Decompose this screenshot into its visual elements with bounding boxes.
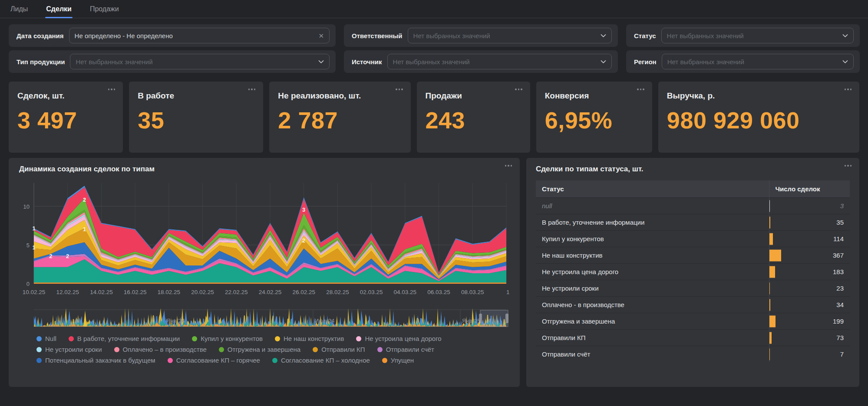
table-row[interactable]: В работе, уточнение информации35 bbox=[536, 214, 850, 231]
kpi-title: Продажи bbox=[426, 91, 521, 101]
value-bar bbox=[769, 282, 770, 294]
x-tick-label: 14.02.25 bbox=[90, 289, 113, 295]
kpi-menu-button[interactable] bbox=[513, 87, 524, 92]
legend-color-dot bbox=[219, 347, 224, 352]
select-input[interactable]: Нет выбранных значений bbox=[70, 54, 330, 69]
table-row[interactable]: null3 bbox=[536, 198, 850, 214]
legend-item[interactable]: Не наш конструктив bbox=[275, 335, 344, 342]
count-cell: 3 bbox=[769, 198, 850, 214]
legend-color-dot bbox=[36, 336, 42, 341]
legend-item[interactable]: В работе, уточнение информации bbox=[69, 335, 180, 342]
x-tick-label: 28.02.25 bbox=[326, 289, 349, 295]
kpi-card: В работе35 bbox=[129, 82, 263, 153]
chart-title: Динамика создания сделок по типам bbox=[19, 165, 509, 174]
select-input[interactable]: Нет выбранных значений bbox=[661, 28, 854, 43]
table-header-row: Статус Число сделок bbox=[536, 180, 850, 198]
legend-color-dot bbox=[382, 358, 387, 363]
kpi-value: 2 787 bbox=[278, 107, 402, 134]
legend-item[interactable]: Оплачено – в производстве bbox=[114, 346, 207, 353]
count-value: 3 bbox=[776, 202, 844, 210]
table-row[interactable]: Не устроила цена дорого183 bbox=[536, 264, 850, 280]
kpi-menu-button[interactable] bbox=[247, 87, 257, 92]
count-cell: 114 bbox=[769, 231, 850, 247]
chevron-down-icon[interactable] bbox=[601, 34, 606, 38]
tab-active[interactable]: Сделки bbox=[45, 1, 73, 18]
value-bar bbox=[769, 216, 771, 228]
table-row[interactable]: Оплачено - в производстве34 bbox=[536, 297, 850, 313]
x-tick-label: 18.02.25 bbox=[158, 289, 181, 295]
tab-bar: ЛидыСделкиПродажи bbox=[0, 0, 868, 18]
chevron-down-icon[interactable] bbox=[842, 34, 848, 38]
deals-dynamics-card: Динамика создания сделок по типам 051010… bbox=[9, 158, 520, 387]
daterange-input[interactable]: Не определено - Не определено✕ bbox=[69, 28, 330, 43]
navigator-selection[interactable] bbox=[480, 310, 508, 327]
tabs: ЛидыСделкиПродажи bbox=[10, 1, 120, 18]
filter-placeholder: Нет выбранных значений bbox=[413, 32, 597, 39]
kpi-menu-button[interactable] bbox=[843, 87, 854, 92]
tab-item[interactable]: Продажи bbox=[89, 1, 120, 18]
count-value: 73 bbox=[776, 334, 844, 341]
filter-select: РегионНет выбранных значений bbox=[626, 50, 860, 73]
data-point-label: 1 bbox=[83, 226, 86, 232]
navigator-axis-label: Июл '24 bbox=[315, 318, 334, 324]
select-input[interactable]: Нет выбранных значений bbox=[387, 54, 612, 69]
legend-item[interactable]: Купил у конкурентов bbox=[192, 335, 263, 342]
kpi-title: Конверсия bbox=[545, 91, 644, 101]
select-input[interactable]: Нет выбранных значений bbox=[408, 28, 612, 43]
legend-item[interactable]: Упущен bbox=[382, 357, 414, 364]
legend-item[interactable]: Null bbox=[36, 335, 56, 342]
navigator-handle-right[interactable] bbox=[505, 314, 508, 323]
legend-item[interactable]: Согласование КП – холодное bbox=[272, 357, 370, 364]
chart-menu-button[interactable] bbox=[503, 163, 514, 168]
filter-select: Тип продукцииНет выбранных значений bbox=[9, 50, 336, 73]
legend-label: Купил у конкурентов bbox=[201, 335, 263, 342]
count-cell: 23 bbox=[769, 280, 850, 297]
table-row[interactable]: Не наш конструктив367 bbox=[536, 247, 850, 264]
legend-item[interactable]: Отгружена и завершена bbox=[219, 346, 300, 353]
legend-color-dot bbox=[114, 347, 119, 352]
clear-icon[interactable]: ✕ bbox=[318, 33, 324, 39]
select-input[interactable]: Нет выбранных значений bbox=[662, 54, 854, 69]
legend-item[interactable]: Не устроили сроки bbox=[36, 346, 102, 353]
value-bar bbox=[769, 200, 770, 212]
filter-value: Не определено - Не определено bbox=[75, 32, 315, 39]
table-row[interactable]: Отправили КП73 bbox=[536, 330, 850, 346]
filter-label: Источник bbox=[352, 58, 382, 65]
filter-select: ОтветственныйНет выбранных значений bbox=[344, 24, 618, 47]
chart-range-selector[interactable]: Янв '24Июл '24Янв '25 bbox=[19, 308, 509, 329]
chevron-down-icon[interactable] bbox=[601, 60, 606, 64]
kpi-menu-button[interactable] bbox=[106, 87, 117, 92]
x-tick-label: 08.03.25 bbox=[461, 289, 484, 295]
table-row[interactable]: Не устроили сроки23 bbox=[536, 280, 850, 297]
x-tick-label: 22.02.25 bbox=[225, 289, 248, 295]
filter-placeholder: Нет выбранных значений bbox=[667, 58, 839, 65]
navigator-handle-left[interactable] bbox=[479, 314, 482, 323]
legend-item[interactable]: Отправили КП bbox=[313, 346, 365, 353]
filter-placeholder: Нет выбранных значений bbox=[667, 32, 839, 39]
kpi-menu-button[interactable] bbox=[635, 87, 646, 92]
kpi-card: Не реализовано, шт.2 787 bbox=[269, 82, 410, 153]
x-tick-label: 20.02.25 bbox=[191, 289, 214, 295]
legend-color-dot bbox=[313, 347, 318, 352]
kpi-menu-button[interactable] bbox=[394, 87, 405, 92]
count-value: 35 bbox=[776, 219, 844, 226]
legend-item[interactable]: Согласование КП – горячее bbox=[168, 357, 260, 364]
legend-label: Согласование КП – холодное bbox=[281, 357, 370, 364]
legend-item[interactable]: Не устроила цена дорого bbox=[356, 335, 441, 342]
kpi-value: 6,95% bbox=[545, 107, 644, 134]
value-bar bbox=[769, 266, 775, 278]
column-header-status[interactable]: Статус bbox=[536, 180, 769, 198]
column-header-count[interactable]: Число сделок bbox=[769, 180, 850, 198]
table-row[interactable]: Купил у конкурентов114 bbox=[536, 231, 850, 247]
legend-item[interactable]: Потенциальный заказчик в будущем bbox=[36, 357, 155, 364]
table-row[interactable]: Отправили счёт7 bbox=[536, 346, 850, 363]
chevron-down-icon[interactable] bbox=[318, 60, 324, 64]
status-table: Статус Число сделок null3В работе, уточн… bbox=[536, 180, 850, 362]
kpi-card: Конверсия6,95% bbox=[536, 82, 652, 153]
tab-item[interactable]: Лиды bbox=[10, 1, 29, 18]
table-menu-button[interactable] bbox=[843, 163, 854, 168]
legend-item[interactable]: Отправили счёт bbox=[377, 346, 434, 353]
chevron-down-icon[interactable] bbox=[842, 60, 848, 64]
table-row[interactable]: Отгружена и завершена199 bbox=[536, 313, 850, 330]
kpi-title: Выручка, р. bbox=[667, 91, 851, 101]
